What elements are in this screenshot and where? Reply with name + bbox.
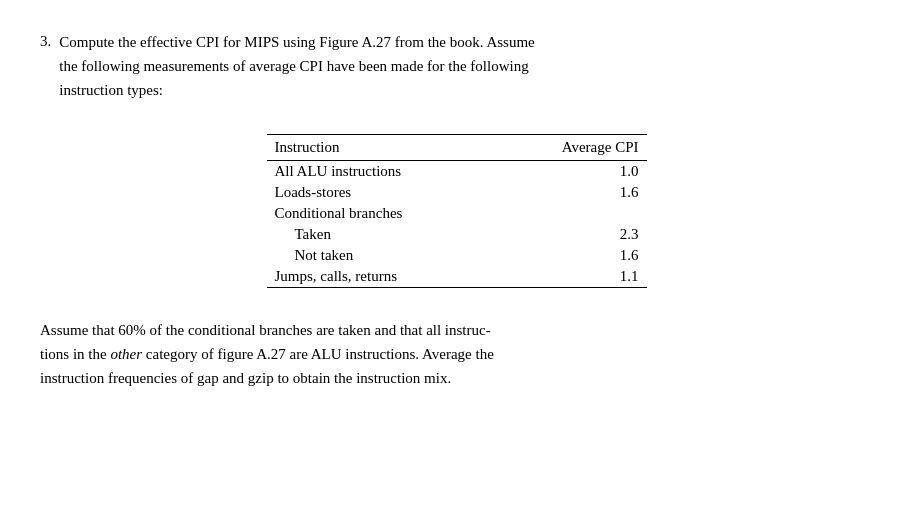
- footer-line2b: category of figure A.27 are ALU instruct…: [142, 346, 494, 362]
- instruction-conditional: Conditional branches: [267, 203, 498, 224]
- footer-italic: other: [110, 346, 142, 362]
- instruction-loads: Loads-stores: [267, 182, 498, 203]
- footer-line2a: tions in the: [40, 346, 110, 362]
- col-instruction-header: Instruction: [267, 135, 498, 161]
- table-row: Not taken 1.6: [267, 245, 647, 266]
- cpi-alu: 1.0: [498, 161, 647, 183]
- problem-header: 3. Compute the effective CPI for MIPS us…: [40, 30, 873, 102]
- cpi-taken: 2.3: [498, 224, 647, 245]
- table-container: Instruction Average CPI All ALU instruct…: [267, 134, 647, 288]
- table-row: All ALU instructions 1.0: [267, 161, 647, 183]
- cpi-table: Instruction Average CPI All ALU instruct…: [267, 134, 647, 288]
- cpi-loads: 1.6: [498, 182, 647, 203]
- instruction-alu: All ALU instructions: [267, 161, 498, 183]
- table-row: Loads-stores 1.6: [267, 182, 647, 203]
- footer-line1: Assume that 60% of the conditional branc…: [40, 322, 491, 338]
- table-row: Conditional branches: [267, 203, 647, 224]
- instruction-not-taken: Not taken: [267, 245, 498, 266]
- instruction-taken: Taken: [267, 224, 498, 245]
- cpi-jumps: 1.1: [498, 266, 647, 288]
- intro-line3: instruction types:: [59, 82, 163, 98]
- footer-paragraph: Assume that 60% of the conditional branc…: [40, 318, 873, 390]
- problem-container: 3. Compute the effective CPI for MIPS us…: [40, 30, 873, 390]
- cpi-not-taken: 1.6: [498, 245, 647, 266]
- cpi-conditional: [498, 203, 647, 224]
- problem-intro: Compute the effective CPI for MIPS using…: [59, 30, 535, 102]
- table-row: Taken 2.3: [267, 224, 647, 245]
- instruction-jumps: Jumps, calls, returns: [267, 266, 498, 288]
- intro-line2: the following measurements of average CP…: [59, 58, 528, 74]
- intro-line1: Compute the effective CPI for MIPS using…: [59, 34, 535, 50]
- table-row: Jumps, calls, returns 1.1: [267, 266, 647, 288]
- col-cpi-header: Average CPI: [498, 135, 647, 161]
- footer-line3: instruction frequencies of gap and gzip …: [40, 370, 451, 386]
- problem-number: 3.: [40, 30, 51, 102]
